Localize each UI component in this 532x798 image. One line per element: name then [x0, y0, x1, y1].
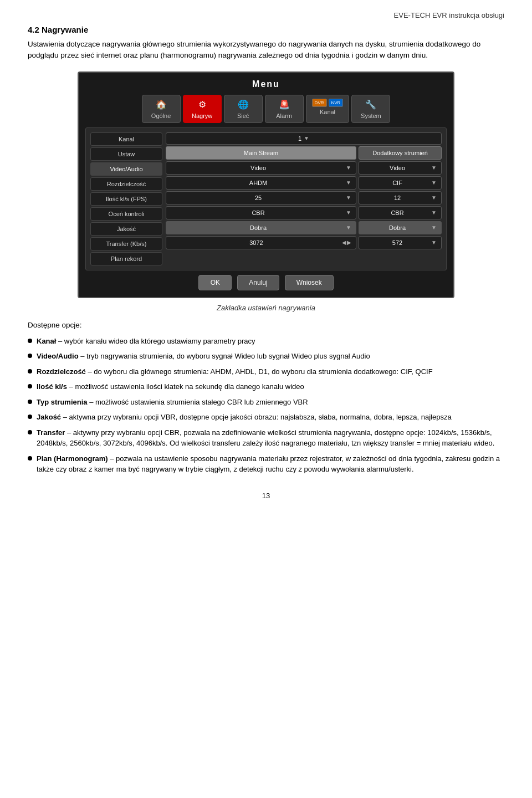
section-title: 4.2 Nagrywanie: [28, 25, 504, 34]
list-item-kanal: Kanał – wybór kanału wideo dla którego u…: [28, 336, 504, 347]
nav-label-nagryw: Nagryw: [192, 112, 212, 119]
nav-item-kanal[interactable]: DVR NVR Kanał: [306, 95, 350, 123]
main-transfer-label: 3072: [171, 239, 342, 246]
header-title: EVE-TECH EVR instrukcja obsługi: [394, 11, 504, 19]
nav-label-kanal: Kanał: [320, 109, 335, 115]
options-list: Kanał – wybór kanału wideo dla którego u…: [28, 336, 504, 475]
nvr-logo: NVR: [329, 99, 344, 107]
sidebar-rozdzielczosc[interactable]: Rozdzielczość: [90, 177, 162, 191]
ok-button[interactable]: OK: [198, 275, 232, 290]
sub-transfer-field[interactable]: 572 ▼: [359, 236, 442, 249]
bullet-text-jakosc: Jakość – aktywna przy wybraniu opcji VBR…: [37, 412, 504, 423]
sub-cif-field[interactable]: CIF ▼: [359, 176, 442, 190]
dvr-content-area: Kanal Ustaw Video/Audio Rozdzielczość Il…: [85, 127, 447, 270]
rest-ilosc-kl: – możliwość ustawienia ilości klatek na …: [67, 382, 304, 391]
sub-video-label: Video: [364, 165, 431, 171]
bullet-dot-transfer: [28, 430, 32, 434]
sub-cbr-arrow: ▼: [431, 209, 437, 216]
list-item-typ-strumienia: Typ strumienia – możliwość ustawienia st…: [28, 397, 504, 408]
main-video-label: Video: [171, 165, 346, 171]
channel-value: 1: [298, 135, 301, 142]
bullet-dot-kanal: [28, 339, 32, 343]
dvr-screenshot: Menu 🏠 Ogólne ⚙ Nagryw 🌐 Sieć 🚨 Alarm DV…: [78, 71, 454, 298]
bullet-text-plan: Plan (Harmonogram) – pozwala na ustawien…: [37, 453, 504, 475]
nav-item-alarm[interactable]: 🚨 Alarm: [265, 95, 304, 123]
apply-button[interactable]: Wniosek: [285, 275, 334, 290]
sub-transfer-label: 572: [364, 239, 431, 246]
term-plan: Plan (Harmonogram): [37, 454, 108, 463]
sub-cif-label: CIF: [364, 180, 431, 186]
main-cbr-label: CBR: [171, 209, 346, 216]
home-icon: 🏠: [154, 99, 169, 111]
sub-transfer-arrow: ▼: [431, 239, 437, 245]
bullet-text-ilosc-kl: Ilość kl/s – możliwość ustawienia ilości…: [37, 381, 504, 392]
sub-quality-arrow: ▼: [431, 224, 437, 231]
nav-item-system[interactable]: 🔧 System: [351, 95, 390, 123]
main-ahdm-label: AHDM: [171, 180, 346, 186]
main-video-arrow: ▼: [346, 165, 351, 171]
rest-rozdzielczosc: – do wyboru dla głównego strumienia: AHD…: [86, 367, 433, 376]
cancel-button[interactable]: Anuluj: [237, 275, 279, 290]
nav-label-siec: Sieć: [237, 112, 249, 119]
sub-cbr-label: CBR: [364, 209, 431, 216]
main-fps-field[interactable]: 25 ▼: [166, 191, 356, 204]
main-cbr-field[interactable]: CBR ▼: [166, 206, 356, 219]
main-stream-btn[interactable]: Main Stream: [166, 146, 356, 160]
sidebar-plan-rekord[interactable]: Plan rekord: [90, 252, 162, 265]
bullet-dot-ilosc-kl: [28, 384, 32, 388]
list-section-title: Dostępne opcje:: [28, 321, 504, 329]
nav-label-alarm: Alarm: [276, 112, 292, 119]
term-rozdzielczosc: Rozdzielczość: [37, 367, 86, 376]
sub-quality-label: Dobra: [364, 224, 431, 231]
main-ahdm-field[interactable]: AHDM ▼: [166, 176, 356, 190]
main-stream-column: Main Stream Video ▼ AHDM ▼ 25 ▼ CBR: [166, 146, 356, 265]
dostepne-opcje-label: Dostępne opcje:: [28, 321, 82, 329]
term-jakosc: Jakość: [37, 413, 61, 421]
nav-item-nagryw[interactable]: ⚙ Nagryw: [183, 95, 222, 123]
dvr-logo-area: DVR NVR: [312, 99, 344, 107]
intro-paragraph: Ustawienia dotyczące nagrywania głównego…: [28, 39, 504, 62]
rest-transfer: – aktywny przy wybraniu opcji CBR, pozwa…: [37, 428, 494, 448]
main-fps-arrow: ▼: [346, 195, 351, 201]
main-quality-field[interactable]: Dobra ▼: [166, 221, 356, 234]
sub-fps-field[interactable]: 12 ▼: [359, 191, 442, 204]
screenshot-caption: Zakładka ustawień nagrywania: [28, 304, 504, 312]
main-transfer-field[interactable]: 3072 ◀ ▶: [166, 236, 356, 249]
rest-kanal: – wybór kanału wideo dla którego ustawia…: [56, 337, 255, 345]
main-video-field[interactable]: Video ▼: [166, 161, 356, 175]
term-transfer: Transfer: [37, 428, 65, 437]
sidebar-video-audio[interactable]: Video/Audio: [90, 162, 162, 176]
bullet-dot-rozdzielczosc: [28, 369, 32, 374]
channel-row: 1 ▼: [166, 132, 442, 145]
sidebar-jakosc[interactable]: Jakość: [90, 222, 162, 236]
sidebar-ocen-kontroli[interactable]: Oceń kontroli: [90, 207, 162, 221]
term-video-audio: Video/Audio: [37, 352, 79, 360]
bullet-dot-jakosc: [28, 415, 32, 419]
sidebar-ustaw[interactable]: Ustaw: [90, 147, 162, 161]
nav-item-ogolne[interactable]: 🏠 Ogólne: [142, 95, 181, 123]
sub-cif-arrow: ▼: [431, 180, 437, 186]
nav-item-siec[interactable]: 🌐 Sieć: [224, 95, 263, 123]
bullet-text-typ-strumienia: Typ strumienia – możliwość ustawienia st…: [37, 397, 504, 408]
rest-typ-strumienia: – możliwość ustawienia strumienia stałeg…: [88, 398, 308, 406]
main-quality-arrow: ▼: [346, 224, 351, 231]
page-header: EVE-TECH EVR instrukcja obsługi: [28, 11, 504, 19]
main-fps-label: 25: [171, 195, 346, 201]
sidebar-ilosc-kl[interactable]: Ilość kl/s (FPS): [90, 192, 162, 206]
sub-quality-field[interactable]: Dobra ▼: [359, 221, 442, 234]
main-transfer-prev[interactable]: ◀: [342, 239, 346, 245]
term-ilosc-kl: Ilość kl/s: [37, 382, 67, 391]
term-typ-strumienia: Typ strumienia: [37, 398, 88, 406]
page-number: 13: [28, 492, 504, 500]
bullet-dot-typ-strumienia: [28, 400, 32, 404]
sidebar-kanal[interactable]: Kanal: [90, 132, 162, 146]
dvr-menu-title: Menu: [85, 79, 447, 89]
sub-video-field[interactable]: Video ▼: [359, 161, 442, 175]
sidebar-transfer[interactable]: Transfer (Kb/s): [90, 237, 162, 250]
bullet-text-video-audio: Video/Audio – tryb nagrywania strumienia…: [37, 351, 504, 362]
main-transfer-next[interactable]: ▶: [347, 239, 351, 245]
sub-stream-btn[interactable]: Dodatkowy strumień: [359, 146, 442, 160]
dvr-sidebar: Kanal Ustaw Video/Audio Rozdzielczość Il…: [90, 132, 162, 265]
rest-jakosc: – aktywna przy wybraniu opcji VBR, dostę…: [61, 413, 452, 421]
sub-cbr-field[interactable]: CBR ▼: [359, 206, 442, 219]
